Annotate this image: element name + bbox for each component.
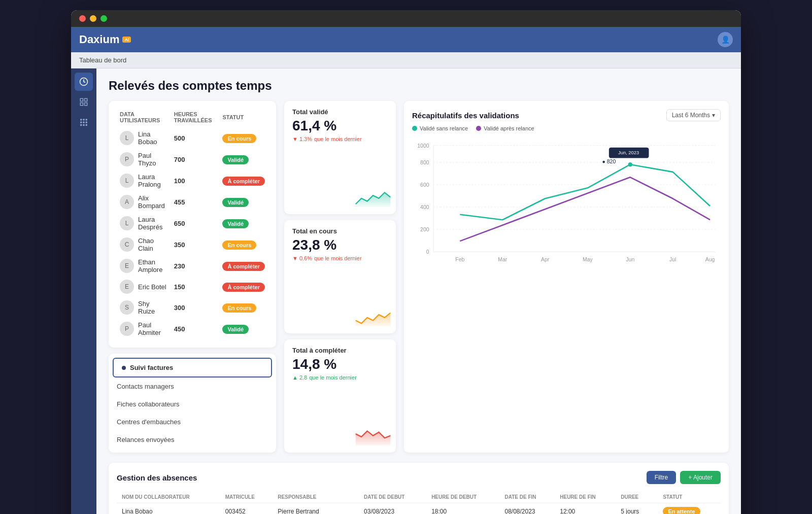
user-status: À compléter (219, 170, 268, 191)
user-avatar: L (120, 131, 134, 145)
legend-item-1: Validé sans relance (412, 125, 468, 131)
svg-point-6 (83, 119, 84, 120)
sub-menu-item[interactable]: Contacts managers (109, 378, 276, 395)
user-name: Laura Pralong (138, 173, 168, 188)
absence-date-fin: 08/08/2023 (499, 503, 555, 515)
user-avatar: L (120, 174, 134, 188)
svg-rect-3 (80, 103, 83, 106)
user-name: Lina Bobao (138, 130, 168, 146)
svg-point-7 (86, 119, 87, 120)
svg-text:Apr: Apr (541, 257, 550, 262)
stat-title: Total en cours (292, 227, 388, 235)
user-name-cell: L Lina Bobao (117, 127, 171, 149)
legend-label-2: Validé après relance (484, 125, 534, 131)
stat-value: 61,4 % (292, 118, 388, 134)
user-name-cell: E Eric Botel (117, 277, 171, 297)
absence-date-debut: 03/08/2023 (359, 503, 426, 515)
svg-text:Mar: Mar (498, 257, 507, 262)
breadcrumb: Tableau de bord (71, 52, 741, 68)
user-name: Ethan Amplore (138, 258, 168, 273)
sub-menu-item[interactable]: Centres d'embauches (109, 413, 276, 431)
svg-text:Jul: Jul (669, 257, 676, 262)
user-name: Chao Clain (138, 237, 168, 252)
svg-text:1000: 1000 (417, 143, 429, 149)
add-button[interactable]: + Ajouter (680, 471, 721, 484)
col-heures: Heures travaillées (171, 109, 220, 127)
stat-title: Total validé (292, 108, 388, 116)
absences-col-header: DUREE (616, 491, 658, 503)
sidebar-icon-grid[interactable] (75, 93, 93, 111)
minimize-button[interactable] (90, 15, 96, 22)
close-button[interactable] (79, 15, 86, 22)
main-content: Relevés des comptes temps Data utilisate… (96, 68, 741, 514)
user-table-row: C Chao Clain 350 En cours (117, 234, 268, 255)
absences-col-header: NOM DU COLLABORATEUR (117, 491, 220, 503)
chart-legend: Validé sans relance Validé après relance (412, 125, 721, 131)
sub-menu-label: Suivi factures (130, 364, 173, 371)
svg-text:Aug: Aug (705, 257, 715, 262)
svg-rect-1 (80, 98, 83, 101)
absences-panel: Gestion des absences Filtre + Ajouter NO… (109, 463, 729, 514)
svg-text:200: 200 (420, 227, 429, 232)
sub-menu-item[interactable]: Fiches collaborateurs (109, 395, 276, 413)
app-window: Daxium AI 👤 Tableau de bord Relevés des … (71, 10, 741, 514)
svg-rect-2 (85, 98, 87, 101)
user-name: Paul Thyzo (138, 152, 168, 167)
user-hours: 500 (171, 127, 220, 149)
sidebar-icon-apps[interactable] (75, 113, 93, 131)
sub-menu-label: Contacts managers (117, 383, 174, 390)
absences-col-header: DATE DE FIN (499, 491, 555, 503)
user-status: Validé (219, 213, 268, 234)
user-status: Validé (219, 191, 268, 213)
absence-heure-debut: 18:00 (426, 503, 499, 515)
user-hours: 100 (171, 170, 220, 191)
sub-menu-item[interactable]: Relances envoyées (109, 431, 276, 449)
app-body: Relevés des comptes temps Data utilisate… (71, 68, 741, 514)
absence-responsable: Pierre Bertrand (273, 503, 359, 515)
sub-menu: Suivi facturesContacts managersFiches co… (109, 354, 276, 453)
user-avatar[interactable]: 👤 (718, 32, 733, 47)
chart-filter-label: Last 6 Months (672, 112, 710, 119)
user-name: Laura Després (138, 216, 168, 231)
page-title: Relevés des comptes temps (109, 79, 729, 93)
stat-value: 23,8 % (292, 237, 388, 253)
status-badge: Validé (222, 155, 249, 164)
svg-text:400: 400 (420, 204, 429, 210)
sub-menu-item[interactable]: Suivi factures (113, 358, 272, 378)
filter-button[interactable]: Filtre (647, 471, 676, 484)
user-hours: 450 (171, 318, 220, 339)
absences-title: Gestion des absences (117, 473, 197, 482)
status-badge: À compléter (222, 177, 265, 186)
title-bar (71, 10, 741, 27)
user-table-row: P Paul Thyzo 700 Validé (117, 149, 268, 170)
sub-menu-label: Fiches collaborateurs (117, 400, 180, 408)
legend-label-1: Validé sans relance (420, 125, 468, 131)
absences-col-header: STATUT (658, 491, 721, 503)
svg-text:Jun, 2023: Jun, 2023 (618, 150, 639, 155)
user-avatar: A (120, 195, 134, 209)
chart-title: Récapitulatifs des validations (412, 111, 519, 120)
user-table-row: P Paul Abmiter 450 Validé (117, 318, 268, 339)
user-table-row: L Lina Bobao 500 En cours (117, 127, 268, 149)
col-data-utilisateurs: Data utilisateurs (117, 109, 171, 127)
user-name-cell: E Ethan Amplore (117, 255, 171, 277)
users-table: Data utilisateurs Heures travaillées Sta… (117, 109, 268, 339)
absence-matricule: 003452 (220, 503, 273, 515)
user-name-cell: L Laura Després (117, 213, 171, 234)
user-status: En cours (219, 127, 268, 149)
user-name: Paul Abmiter (138, 321, 168, 336)
sidebar-icon-clock[interactable] (75, 73, 93, 91)
maximize-button[interactable] (100, 15, 107, 22)
user-table-row: E Ethan Amplore 230 À compléter (117, 255, 268, 277)
status-badge: Validé (222, 325, 249, 334)
user-status: Validé (219, 318, 268, 339)
user-hours: 230 (171, 255, 220, 277)
svg-point-9 (83, 122, 84, 123)
user-hours: 455 (171, 191, 220, 213)
stats-panel: Total validé 61,4 % ▼ 1.3% que le mois d… (284, 101, 396, 453)
absences-col-header: MATRICULE (220, 491, 273, 503)
mini-chart (355, 306, 391, 328)
stat-card-1: Total en cours 23,8 % ▼ 0.6% que le mois… (284, 220, 396, 333)
user-avatar: L (120, 216, 134, 230)
chart-filter[interactable]: Last 6 Months ▾ (666, 109, 721, 121)
